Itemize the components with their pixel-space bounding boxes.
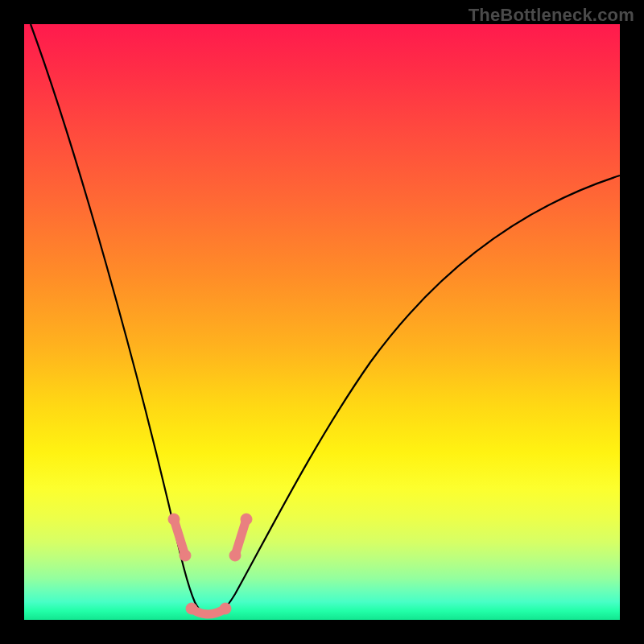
bottleneck-curve xyxy=(31,24,620,617)
watermark-text: TheBottleneck.com xyxy=(469,5,634,26)
highlight-dot-descent-1 xyxy=(168,514,180,525)
highlight-dot-ascent-2 xyxy=(241,514,252,525)
highlight-dot-trough-1 xyxy=(186,603,197,614)
highlight-dot-trough-2 xyxy=(220,603,231,614)
highlight-dot-ascent-1 xyxy=(229,550,241,561)
chart-frame: TheBottleneck.com xyxy=(0,0,644,644)
highlight-dot-descent-2 xyxy=(180,550,191,561)
curve-layer xyxy=(24,24,620,620)
